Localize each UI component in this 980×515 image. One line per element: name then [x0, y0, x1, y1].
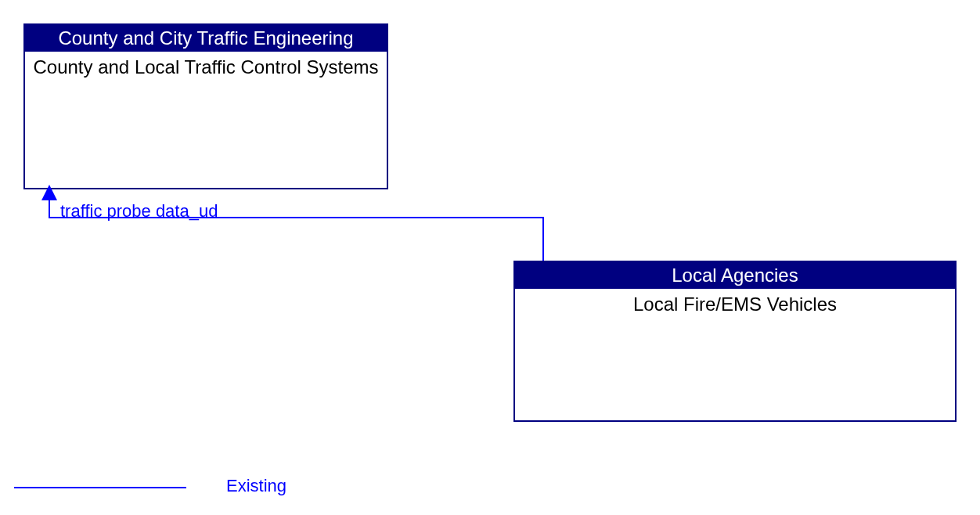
- node-traffic-engineering-header: County and City Traffic Engineering: [25, 25, 387, 52]
- node-local-agencies: Local Agencies Local Fire/EMS Vehicles: [513, 261, 957, 422]
- node-traffic-engineering: County and City Traffic Engineering Coun…: [23, 23, 388, 189]
- node-local-agencies-body: Local Fire/EMS Vehicles: [515, 289, 955, 315]
- node-local-agencies-header: Local Agencies: [515, 262, 955, 289]
- legend-line-existing: [14, 487, 186, 488]
- connector-label: traffic probe data_ud: [60, 201, 218, 221]
- legend-label-existing: Existing: [226, 476, 286, 496]
- node-traffic-engineering-body: County and Local Traffic Control Systems: [25, 52, 387, 78]
